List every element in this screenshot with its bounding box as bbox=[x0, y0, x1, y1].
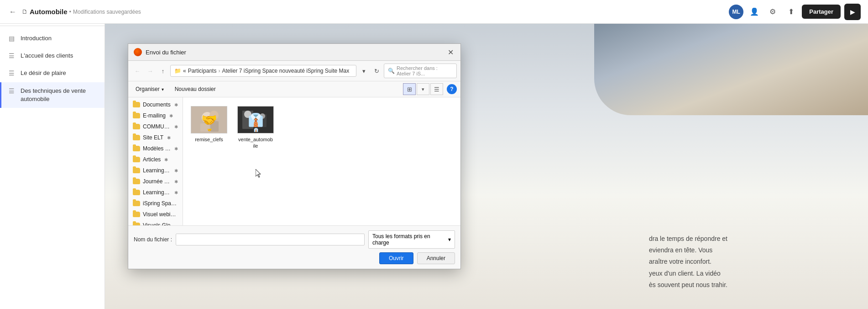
folder-name-ispring: iSpring Space C bbox=[143, 200, 178, 207]
folder-documents[interactable]: Documents ✱ bbox=[128, 99, 183, 110]
format-label: Tous les formats pris en charge bbox=[372, 233, 448, 246]
nav-back-button[interactable]: ← bbox=[132, 65, 143, 76]
svg-point-2 bbox=[209, 111, 219, 120]
thumb-vente-svg: 👔 bbox=[238, 106, 273, 133]
new-folder-button[interactable]: Nouveau dossier bbox=[171, 84, 220, 94]
folder-icon-articles bbox=[133, 157, 140, 162]
format-chevron-icon: ▾ bbox=[448, 236, 451, 243]
filename-label: Nom du fichier : bbox=[134, 236, 172, 243]
list-view-button[interactable]: ▾ bbox=[417, 83, 429, 95]
svg-point-8 bbox=[244, 111, 251, 118]
nav-search-box[interactable]: 🔍 Rechercher dans : Atelier 7 iS... bbox=[384, 64, 457, 78]
folder-icon-journee bbox=[133, 179, 140, 184]
file-remise-clefs[interactable]: 🤝 remise_clefs bbox=[188, 103, 230, 153]
pin-icon-journee: ✱ bbox=[174, 179, 178, 184]
folder-name-visuels-glowbl: Visuels Glowbl - bbox=[143, 222, 178, 225]
dialog-toolbar: Organiser ▾ Nouveau dossier ⊞ ▾ ☰ ? bbox=[128, 81, 460, 97]
help-button[interactable]: ? bbox=[447, 84, 457, 94]
folder-journee[interactable]: Journée Porte ✱ bbox=[128, 176, 183, 187]
dialog-body: Documents ✱ E-mailing ✱ COMMUNIC/ ✱ bbox=[128, 97, 460, 225]
folder-icon-ispring bbox=[133, 201, 140, 206]
pin-icon-learning-tec: ✱ bbox=[174, 190, 178, 195]
thumb-remise-clefs: 🤝 bbox=[191, 106, 227, 133]
pin-icon-documents: ✱ bbox=[174, 102, 178, 107]
file-dialog: Envoi du fichier ✕ ← → ↑ 📁 « Participant… bbox=[128, 43, 461, 269]
dialog-title-left: Envoi du fichier bbox=[134, 48, 186, 56]
folder-visuel-webinars[interactable]: Visuel webinars i bbox=[128, 209, 183, 220]
pin-icon-articles: ✱ bbox=[164, 157, 168, 162]
folder-name-learning-lab: Learning Lab bbox=[143, 167, 171, 174]
pin-icon-emailing: ✱ bbox=[169, 113, 173, 118]
folder-name-emailing: E-mailing bbox=[143, 112, 166, 119]
folder-icon-site-elt bbox=[133, 135, 140, 140]
folder-emailing[interactable]: E-mailing ✱ bbox=[128, 110, 183, 121]
path-icon: 📁 bbox=[174, 68, 181, 74]
dialog-footer: Nom du fichier : Tous les formats pris e… bbox=[128, 225, 460, 269]
svg-rect-7 bbox=[242, 111, 253, 129]
svg-text:🤝: 🤝 bbox=[207, 128, 212, 132]
path-separator: › bbox=[218, 68, 220, 74]
folder-icon-visuel-webinars bbox=[133, 212, 140, 217]
folder-name-site-elt: Site ELT bbox=[143, 134, 163, 141]
dialog-app-icon bbox=[134, 48, 142, 56]
format-select[interactable]: Tous les formats pris en charge ▾ bbox=[368, 230, 455, 249]
organize-label: Organiser bbox=[136, 86, 160, 92]
folder-name-articles: Articles bbox=[143, 156, 161, 163]
svg-point-10 bbox=[260, 113, 265, 119]
folder-icon-documents bbox=[133, 102, 140, 107]
folder-visuels-glowbl[interactable]: Visuels Glowbl - bbox=[128, 220, 183, 225]
file-vente-automobile[interactable]: 👔 vente_automobile bbox=[235, 103, 276, 153]
nav-search-placeholder: Rechercher dans : Atelier 7 iS... bbox=[397, 65, 453, 76]
dialog-nav: ← → ↑ 📁 « Participants › Atelier 7 iSpri… bbox=[128, 61, 460, 81]
dialog-close-button[interactable]: ✕ bbox=[446, 48, 455, 57]
details-view-button[interactable]: ☰ bbox=[430, 83, 443, 95]
folder-modeles[interactable]: Modèles taille ✱ bbox=[128, 143, 183, 154]
footer-row: Nom du fichier : Tous les formats pris e… bbox=[134, 230, 455, 249]
file-name-vente-automobile: vente_automobile bbox=[238, 136, 273, 149]
folder-articles[interactable]: Articles ✱ bbox=[128, 154, 183, 165]
new-folder-label: Nouveau dossier bbox=[175, 86, 216, 92]
folder-ispring[interactable]: iSpring Space C bbox=[128, 198, 183, 209]
open-button[interactable]: Ouvrir bbox=[379, 252, 413, 264]
folder-icon-learning-lab bbox=[133, 168, 140, 173]
folder-name-learning-tec: Learning Tec bbox=[143, 189, 171, 196]
folder-icon-learning-tec bbox=[133, 190, 140, 195]
folder-name-communic: COMMUNIC/ bbox=[143, 123, 171, 130]
grid-view-button[interactable]: ⊞ bbox=[403, 83, 416, 95]
pin-icon-learning-lab: ✱ bbox=[174, 168, 178, 173]
nav-path-participants[interactable]: Participants bbox=[188, 68, 217, 74]
folder-communic[interactable]: COMMUNIC/ ✱ bbox=[128, 121, 183, 132]
folder-name-journee: Journée Porte bbox=[143, 178, 171, 185]
folder-learning-lab[interactable]: Learning Lab ✱ bbox=[128, 165, 183, 176]
nav-path-atelier[interactable]: Atelier 7 iSpring Space nouveauté iSprin… bbox=[222, 68, 349, 74]
view-buttons: ⊞ ▾ ☰ bbox=[403, 83, 443, 95]
folder-name-visuel-webinars: Visuel webinars i bbox=[143, 211, 178, 218]
nav-forward-button[interactable]: → bbox=[145, 65, 156, 76]
cancel-button[interactable]: Annuler bbox=[417, 252, 455, 264]
svg-rect-9 bbox=[258, 114, 267, 127]
folder-learning-tec[interactable]: Learning Tec ✱ bbox=[128, 187, 183, 198]
folder-site-elt[interactable]: Site ELT ✱ bbox=[128, 132, 183, 143]
pin-icon-site-elt: ✱ bbox=[167, 135, 171, 140]
nav-path-text: « bbox=[183, 68, 186, 74]
folder-icon-modeles bbox=[133, 146, 140, 151]
svg-text:👔: 👔 bbox=[254, 128, 258, 132]
search-icon: 🔍 bbox=[388, 68, 395, 74]
nav-refresh-button[interactable]: ↻ bbox=[371, 65, 382, 76]
folder-name-modeles: Modèles taille bbox=[143, 145, 171, 152]
nav-up-button[interactable]: ↑ bbox=[157, 65, 168, 76]
dialog-overlay: Envoi du fichier ✕ ← → ↑ 📁 « Participant… bbox=[0, 0, 868, 309]
svg-point-1 bbox=[202, 112, 213, 123]
organize-chevron-icon: ▾ bbox=[162, 87, 164, 92]
thumb-remise-svg: 🤝 bbox=[191, 106, 227, 133]
organize-button[interactable]: Organiser ▾ bbox=[132, 84, 167, 94]
folder-icon-emailing bbox=[133, 113, 140, 118]
thumb-vente-automobile: 👔 bbox=[237, 106, 274, 133]
nav-dropdown-button[interactable]: ▾ bbox=[358, 65, 369, 76]
footer-actions: Ouvrir Annuler bbox=[134, 252, 455, 264]
folder-icon-communic bbox=[133, 124, 140, 129]
nav-path[interactable]: 📁 « Participants › Atelier 7 iSpring Spa… bbox=[170, 65, 356, 77]
filename-input[interactable] bbox=[176, 234, 365, 245]
folder-name-documents: Documents bbox=[143, 101, 171, 108]
file-name-remise-clefs: remise_clefs bbox=[195, 136, 223, 143]
